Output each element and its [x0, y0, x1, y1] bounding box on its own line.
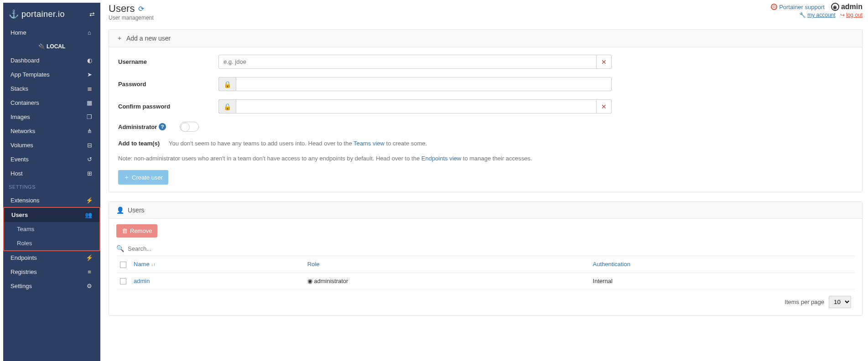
sidebar-subitem-teams[interactable]: Teams: [4, 222, 99, 236]
wrench-icon: 🔧: [799, 12, 806, 18]
sidebar-item-stacks[interactable]: Stacks ≣: [3, 82, 100, 96]
plug-icon: ⚡: [86, 254, 93, 261]
sidebar-header: ⚓ portainer.io ⇄: [3, 3, 100, 26]
page-header: Users ⟳ User management Portainer suppor…: [109, 3, 863, 21]
confirm-password-label: Confirm password: [118, 103, 218, 110]
header-right: Portainer support ◉ admin 🔧 my account ↪…: [771, 3, 863, 18]
user-auth: Internal: [589, 273, 855, 289]
trash-icon: 🗑: [122, 227, 128, 234]
sidebar: ⚓ portainer.io ⇄ Home ⌂ 🔌 LOCAL Dashboar…: [3, 3, 100, 361]
sidebar-item-label: Containers: [10, 99, 86, 106]
sidebar-item-label: Registries: [10, 268, 86, 275]
col-name[interactable]: Name ↓↑: [130, 256, 304, 273]
select-all-checkbox[interactable]: [120, 262, 126, 268]
sidebar-item-label: Events: [10, 156, 86, 163]
create-user-button[interactable]: ＋ Create user: [118, 170, 168, 185]
sidebar-local-header: 🔌 LOCAL: [3, 40, 100, 53]
username-input[interactable]: [218, 55, 597, 69]
username-clear-icon[interactable]: ✕: [597, 55, 612, 69]
items-per-page-select[interactable]: 10: [829, 296, 851, 308]
sidebar-item-label: Users: [11, 211, 85, 218]
logout-link[interactable]: log out: [846, 12, 863, 18]
users-list-panel: 👤 Users 🗑 Remove 🔍 Name ↓↑: [109, 201, 863, 316]
sidebar-subitem-roles[interactable]: Roles: [4, 236, 99, 250]
add-user-panel-header: ＋ Add a new user: [109, 30, 862, 47]
row-checkbox[interactable]: [120, 278, 126, 284]
lock-icon: 🔒: [218, 99, 236, 113]
sidebar-item-registries[interactable]: Registries ≡: [3, 265, 100, 279]
refresh-icon[interactable]: ⟳: [138, 5, 144, 13]
sidebar-item-extensions[interactable]: Extensions ⚡: [3, 193, 100, 207]
page-subtitle: User management: [109, 15, 154, 21]
sidebar-item-label: Extensions: [10, 197, 86, 204]
users-section-highlight: Users 👥 Teams Roles: [3, 207, 100, 251]
support-link[interactable]: Portainer support: [771, 4, 825, 10]
col-role[interactable]: Role: [304, 256, 589, 273]
bolt-icon: ⚡: [86, 197, 93, 204]
sidebar-item-label: Home: [10, 29, 86, 36]
th-icon: ⊞: [86, 170, 93, 177]
pager: Items per page 10: [116, 289, 855, 310]
help-icon[interactable]: ?: [159, 123, 166, 130]
note-message: Note: non-administrator users who aren't…: [118, 155, 853, 162]
sidebar-item-label: Networks: [10, 128, 86, 134]
sidebar-item-endpoints[interactable]: Endpoints ⚡: [3, 251, 100, 265]
home-icon: ⌂: [86, 29, 93, 36]
sidebar-item-events[interactable]: Events ↺: [3, 152, 100, 166]
items-per-page-label: Items per page: [785, 299, 824, 305]
add-team-label: Add to team(s): [118, 140, 160, 147]
lifebuoy-icon: [771, 4, 777, 10]
plug-icon: 🔌: [38, 43, 45, 50]
sidebar-item-label: Endpoints: [10, 254, 86, 261]
sidebar-item-images[interactable]: Images ❐: [3, 110, 100, 124]
teams-view-link[interactable]: Teams view: [353, 140, 385, 147]
password-label: Password: [118, 81, 218, 88]
page-title: Users ⟳: [109, 3, 154, 15]
sidebar-item-settings[interactable]: Settings ⚙: [3, 279, 100, 293]
sidebar-item-host[interactable]: Host ⊞: [3, 166, 100, 180]
sidebar-item-label: Stacks: [10, 85, 86, 92]
main-content: Users ⟳ User management Portainer suppor…: [100, 0, 868, 361]
hdd-icon: ⊟: [86, 142, 93, 149]
logo-icon: ⚓: [9, 9, 19, 19]
database-icon: ≡: [86, 268, 93, 275]
search-input[interactable]: [128, 245, 855, 252]
user-circle-icon: ◉: [307, 278, 312, 284]
sidebar-item-home[interactable]: Home ⌂: [3, 26, 100, 40]
list-icon: ≣: [86, 85, 93, 92]
tachometer-icon: ◐: [86, 57, 93, 64]
confirm-clear-icon[interactable]: ✕: [597, 99, 612, 113]
administrator-toggle[interactable]: [180, 122, 199, 132]
signout-icon: ↪: [840, 12, 845, 18]
endpoints-view-link[interactable]: Endpoints view: [421, 155, 461, 162]
password-input[interactable]: [236, 77, 612, 91]
plus-icon: ＋: [116, 34, 123, 42]
search-icon: 🔍: [116, 245, 124, 252]
sidebar-item-containers[interactable]: Containers ▦: [3, 96, 100, 110]
sidebar-item-label: Dashboard: [10, 57, 86, 64]
logo[interactable]: ⚓ portainer.io: [9, 9, 89, 19]
sidebar-item-users[interactable]: Users 👥: [4, 208, 99, 222]
sidebar-item-networks[interactable]: Networks ⋔: [3, 124, 100, 138]
users-icon: 👥: [85, 211, 92, 218]
confirm-password-input[interactable]: [236, 99, 597, 113]
history-icon: ↺: [86, 156, 93, 163]
sidebar-item-volumes[interactable]: Volumes ⊟: [3, 138, 100, 152]
sidebar-item-dashboard[interactable]: Dashboard ◐: [3, 53, 100, 67]
search-wrap: 🔍: [116, 241, 855, 256]
table-row: admin ◉ administrator Internal: [116, 273, 855, 289]
sitemap-icon: ⋔: [86, 128, 93, 134]
lock-icon: 🔒: [218, 77, 236, 91]
sidebar-item-label: Host: [10, 170, 86, 177]
col-auth[interactable]: Authentication: [589, 256, 855, 273]
my-account-link[interactable]: my account: [807, 12, 835, 18]
remove-button[interactable]: 🗑 Remove: [116, 224, 157, 237]
logo-text: portainer.io: [21, 10, 65, 19]
user-icon: 👤: [116, 206, 124, 214]
sidebar-item-label: Volumes: [10, 142, 86, 149]
sidebar-toggle-icon[interactable]: ⇄: [89, 10, 95, 18]
current-user-badge: ◉ admin: [831, 3, 863, 11]
users-list-header: 👤 Users: [109, 202, 862, 219]
user-name-link[interactable]: admin: [134, 278, 150, 284]
sidebar-item-app-templates[interactable]: App Templates ➤: [3, 67, 100, 82]
